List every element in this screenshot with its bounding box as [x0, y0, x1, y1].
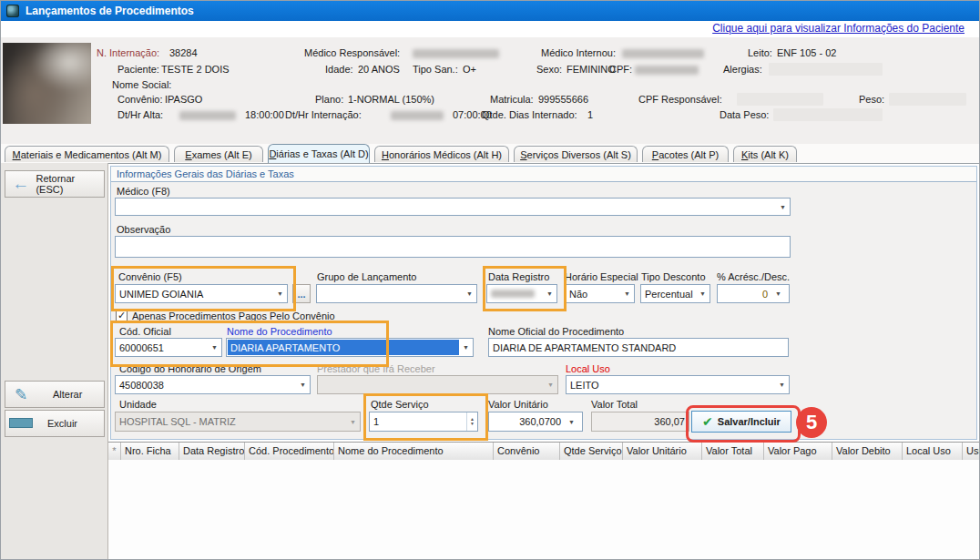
prestador-combobox: ▼: [317, 375, 558, 394]
chevron-down-icon[interactable]: ▼: [296, 382, 310, 388]
cod-oficial-combobox[interactable]: 60000651 ▼: [115, 338, 222, 357]
dthr-alta-time: 18:00:00: [245, 109, 284, 120]
checkmark-icon: ✓: [117, 311, 126, 321]
alergias-value-box: [769, 63, 883, 76]
qtde-servico-stepper[interactable]: 1 ▲ ▼: [369, 412, 478, 432]
nome-procedimento-combobox[interactable]: DIARIA APARTAMENTO ▼: [226, 338, 474, 357]
nome-oficial-label: Nome Oficial do Procedimento: [488, 326, 624, 337]
peso-value-box: [889, 93, 966, 106]
valor-total-field: 360,07: [591, 412, 689, 432]
tipo-desconto-combobox[interactable]: Percentual ▼: [640, 284, 710, 303]
nome-oficial-input[interactable]: DIARIA DE APARTAMENTO STANDARD: [488, 338, 789, 357]
stepper-arrows[interactable]: ▲ ▼: [466, 412, 477, 431]
alterar-button[interactable]: ✎ Alterar: [5, 381, 105, 408]
chevron-down-icon[interactable]: ▼: [775, 382, 789, 388]
chevron-down-icon[interactable]: ▼: [273, 290, 287, 297]
retornar-button[interactable]: ← Retornar (ESC): [5, 170, 105, 198]
alergias-label: Alergias:: [723, 64, 762, 75]
chevron-down-icon: ▼: [544, 382, 557, 388]
patient-panel: N. Internação: 38284 Médico Responsável:…: [1, 37, 980, 145]
unidade-combobox: HOSPITAL SQL - MATRIZ ▼: [115, 412, 361, 432]
tab-servicos-diversos[interactable]: Serviços Diversos (Alt S): [514, 146, 638, 162]
chevron-down-icon[interactable]: ▼: [620, 290, 634, 297]
medico-internou-redacted: [622, 49, 704, 58]
tipo-san-label: Tipo San.:: [413, 64, 458, 75]
col-valor-unitario[interactable]: Valor Unitário: [623, 443, 702, 461]
observacao-input[interactable]: [115, 236, 791, 258]
valor-unitario-combobox[interactable]: 360,0700 ▼: [488, 412, 583, 432]
paciente-value: TESTE 2 DOIS: [161, 64, 230, 75]
grupo-lancamento-label: Grupo de Lançamento: [317, 271, 416, 282]
cod-honorario-combobox[interactable]: 45080038 ▼: [115, 375, 311, 394]
chevron-down-icon[interactable]: ▼: [696, 290, 709, 297]
chevron-down-icon[interactable]: ▼: [776, 204, 790, 210]
prestador-label: Prestador que Irá Receber: [317, 363, 435, 374]
step-badge: 5: [796, 407, 827, 438]
cod-honorario-label: Código do Honorário de Origem: [119, 363, 261, 374]
valor-unitario-label: Valor Unitário: [488, 399, 548, 410]
paciente-label: Paciente:: [117, 64, 159, 75]
medico-label: Médico (F8): [117, 186, 170, 197]
plano-value: 1-NORMAL (150%): [348, 94, 434, 105]
col-usuario[interactable]: Usuário: [963, 443, 980, 461]
tab-honorarios-medicos[interactable]: Honorários Médicos (Alt H): [374, 146, 509, 162]
col-valor-debito[interactable]: Valor Debito: [832, 443, 903, 461]
dias-internado-value: 1: [587, 109, 593, 120]
chevron-down-icon[interactable]: ▼: [565, 419, 578, 425]
chevron-down-icon[interactable]: ▼: [543, 290, 556, 297]
horario-especial-combobox[interactable]: Não ▼: [565, 284, 635, 303]
convenio-browse-button[interactable]: ...: [292, 284, 311, 303]
acresc-desc-combobox[interactable]: 0 ▼: [717, 284, 790, 303]
patient-info-link[interactable]: Clique aqui para visualizar Informações …: [712, 22, 965, 35]
col-valor-total[interactable]: Valor Total: [702, 443, 764, 461]
convenio-label: Convênio:: [117, 94, 163, 105]
grid-body[interactable]: [108, 460, 980, 560]
col-data-registro[interactable]: Data Registro: [179, 443, 245, 461]
convenio-combobox[interactable]: UNIMED GOIANIA ▼: [115, 284, 288, 303]
col-local-uso[interactable]: Local Uso: [903, 443, 963, 461]
chevron-down-icon[interactable]: ▼: [771, 290, 785, 297]
apenas-pagos-checkbox[interactable]: ✓: [116, 310, 128, 321]
salvar-incluir-button[interactable]: ✔ Salvar/Incluir: [691, 411, 791, 433]
local-uso-combobox[interactable]: LEITO ▼: [566, 375, 790, 394]
unidade-label: Unidade: [119, 399, 157, 410]
nome-social-label: Nome Social:: [112, 79, 171, 90]
idade-label: Idade:: [325, 64, 353, 75]
peso-label: Peso:: [859, 94, 884, 105]
medico-internou-label: Médico Internou:: [541, 47, 616, 58]
chevron-down-icon[interactable]: ▼: [459, 344, 473, 351]
link-bar: Clique aqui para visualizar Informações …: [1, 21, 980, 37]
tab-kits[interactable]: Kits (Alt K): [733, 146, 797, 162]
observacao-label: Observação: [117, 224, 170, 235]
leito-value: ENF 105 - 02: [777, 47, 836, 58]
excluir-button[interactable]: Excluir: [5, 410, 105, 437]
title-bar[interactable]: Lançamentos de Procedimentos: [1, 1, 980, 21]
tab-materiais-medicamentos[interactable]: Materiais e Medicamentos (Alt M): [5, 146, 169, 162]
medico-combobox[interactable]: ▼: [115, 198, 791, 216]
eraser-icon: [5, 418, 36, 430]
tab-strip: Materiais e Medicamentos (Alt M) Exames …: [1, 144, 980, 164]
data-registro-combobox[interactable]: ▼: [486, 284, 557, 303]
col-cod-procedimento[interactable]: Cód. Procedimento: [245, 443, 334, 461]
col-nome-procedimento[interactable]: Nome do Procedimento: [334, 443, 494, 461]
chevron-down-icon[interactable]: ▼: [463, 290, 476, 297]
cod-oficial-label: Cód. Oficial: [119, 326, 171, 337]
grupo-lancamento-combobox[interactable]: ▼: [316, 284, 477, 303]
col-valor-pago[interactable]: Valor Pago: [764, 443, 832, 461]
medico-responsavel-label: Médico Responsável:: [304, 47, 400, 58]
matricula-value: 999555666: [538, 94, 588, 105]
cpf-responsavel-value-box: [737, 93, 823, 106]
col-nro-ficha[interactable]: Nro. Ficha: [121, 443, 179, 461]
dias-internado-label: Qtde. Dias Internado:: [482, 109, 577, 120]
spin-down-icon[interactable]: ▼: [470, 422, 475, 426]
procedures-window: Lançamentos de Procedimentos Clique aqui…: [0, 0, 980, 560]
grid-header: * Nro. Ficha Data Registro Cód. Procedim…: [108, 442, 980, 462]
tab-diarias-taxas[interactable]: Diárias e Taxas (Alt D): [268, 144, 370, 163]
sidebar: ← Retornar (ESC) ✎ Alterar Excluir: [1, 163, 108, 560]
col-convenio[interactable]: Convênio: [494, 443, 560, 461]
tab-pacotes[interactable]: Pacotes (Alt P): [642, 146, 729, 162]
chevron-down-icon[interactable]: ▼: [208, 344, 221, 351]
tipo-san-value: O+: [463, 64, 476, 75]
col-qtde-servico[interactable]: Qtde Serviço: [560, 443, 623, 461]
tab-exames[interactable]: Exames (Alt E): [174, 146, 263, 162]
